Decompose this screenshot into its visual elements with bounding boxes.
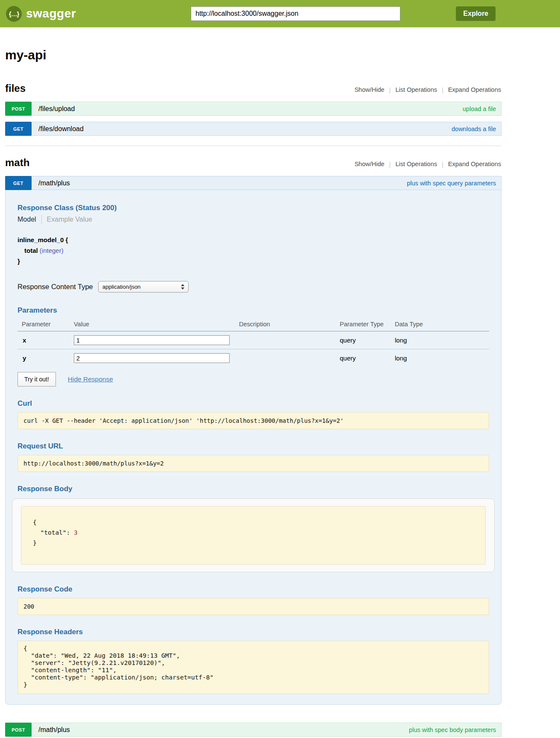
parameter-x-input[interactable] [74, 335, 230, 345]
model-open-line: inline_model_0 { [18, 234, 489, 245]
model-close-line: } [18, 256, 489, 266]
operation-row-post-files-upload[interactable]: POST /files/upload upload a file [5, 102, 502, 116]
method-badge-post: POST [5, 102, 32, 116]
response-content-type-row: Response Content Type application/json [18, 281, 489, 293]
parameter-type: query [340, 349, 395, 367]
model-property-name: total [24, 247, 38, 254]
operation-summary-link[interactable]: upload a file [463, 105, 496, 112]
section-controls-files: Show/Hide | List Operations | Expand Ope… [350, 86, 502, 94]
operation-row-get-files-download[interactable]: GET /files/download downloads a file [5, 122, 502, 136]
operation-summary-link[interactable]: downloads a file [452, 126, 496, 132]
operation-path[interactable]: /math/plus [38, 726, 70, 734]
parameters-header-row: Parameter Value Description Parameter Ty… [18, 318, 489, 331]
section-header-files: files Show/Hide | List Operations | Expa… [5, 82, 502, 94]
method-badge-get: GET [5, 122, 32, 136]
parameter-row-y: y query long [18, 349, 489, 367]
list-operations-link[interactable]: List Operations [391, 86, 442, 93]
parameter-description [239, 331, 340, 349]
method-badge-get: GET [5, 176, 32, 190]
column-header-data-type: Data Type [395, 318, 489, 331]
parameter-name: x [18, 331, 74, 349]
response-headers-heading: Response Headers [18, 628, 489, 636]
section-files: files Show/Hide | List Operations | Expa… [5, 82, 502, 136]
method-badge-post: POST [5, 723, 32, 737]
response-code-heading: Response Code [18, 585, 489, 594]
operation-path[interactable]: /files/upload [38, 105, 75, 113]
parameter-type: query [340, 331, 395, 349]
operation-summary-link[interactable]: plus with spec query parameters [407, 180, 496, 187]
operation-path[interactable]: /files/download [38, 125, 84, 133]
parameter-data-type: long [395, 349, 489, 367]
model-tabs: Model Example Value [18, 215, 489, 224]
operation-row-post-math-plus[interactable]: POST /math/plus plus with spec body para… [5, 723, 502, 737]
tab-model[interactable]: Model [18, 216, 36, 223]
response-headers-block: { "date": "Wed, 22 Aug 2018 18:49:13 GMT… [18, 641, 489, 694]
parameter-data-type: long [395, 331, 489, 349]
json-number-value: 3 [74, 529, 78, 536]
response-body-json: { "total": 3 } [21, 506, 486, 565]
column-header-description: Description [239, 318, 340, 331]
try-row: Try it out! Hide Response [18, 372, 489, 387]
section-title-math[interactable]: math [5, 157, 29, 169]
parameter-row-x: x query long [18, 331, 489, 349]
section-math: math Show/Hide | List Operations | Expan… [5, 157, 502, 737]
response-class-heading: Response Class (Status 200) [18, 204, 489, 212]
section-divider [5, 146, 502, 146]
response-code-block: 200 [18, 598, 489, 615]
top-header: {…} swagger Explore [0, 0, 560, 27]
response-content-type-select[interactable]: application/json [98, 281, 189, 293]
parameter-description [239, 349, 340, 367]
request-url-block: http://localhost:3000/math/plus?x=1&y=2 [18, 455, 489, 472]
swagger-logo-icon: {…} [6, 6, 22, 22]
section-controls-math: Show/Hide | List Operations | Expand Ope… [350, 161, 502, 168]
json-text: { "total": [33, 519, 74, 536]
request-url-heading: Request URL [18, 442, 489, 451]
parameters-heading: Parameters [18, 306, 489, 315]
response-content-type-label: Response Content Type [18, 283, 93, 291]
response-content-type-value: application/json [102, 284, 141, 290]
operation-summary-link[interactable]: plus with spec body parameters [409, 726, 496, 733]
tab-example-value[interactable]: Example Value [47, 216, 92, 223]
operation-get-math-plus: GET /math/plus plus with spec query para… [5, 176, 502, 705]
model-signature: inline_model_0 { total (integer) } [18, 234, 489, 266]
brand-title: swagger [26, 7, 76, 20]
json-text: } [33, 539, 37, 546]
section-header-math: math Show/Hide | List Operations | Expan… [5, 157, 502, 169]
spec-url-input[interactable] [191, 6, 400, 21]
show-hide-link[interactable]: Show/Hide [350, 86, 389, 93]
expand-operations-link[interactable]: Expand Operations [443, 86, 502, 93]
response-body-container: { "total": 3 } [12, 498, 495, 572]
model-property-type: (integer) [40, 247, 64, 254]
operation-row-get-math-plus[interactable]: GET /math/plus plus with spec query para… [5, 176, 502, 190]
list-operations-link[interactable]: List Operations [391, 161, 442, 167]
curl-command-block: curl -X GET --header 'Accept: applicatio… [18, 412, 489, 429]
curl-heading: Curl [18, 399, 489, 408]
try-it-out-button[interactable]: Try it out! [18, 372, 56, 387]
show-hide-link[interactable]: Show/Hide [350, 161, 389, 167]
page-title: my-api [5, 48, 502, 62]
parameter-y-input[interactable] [74, 353, 230, 363]
hide-response-link[interactable]: Hide Response [68, 375, 113, 383]
explore-button[interactable]: Explore [456, 6, 496, 21]
expand-operations-link[interactable]: Expand Operations [443, 161, 502, 167]
tab-separator [41, 215, 42, 224]
operation-detail-panel: Response Class (Status 200) Model Exampl… [5, 190, 502, 705]
main-content: my-api files Show/Hide | List Operations… [5, 48, 502, 738]
parameter-name: y [18, 349, 74, 367]
model-property-line: total (integer) [18, 245, 489, 256]
column-header-parameter-type: Parameter Type [340, 318, 395, 331]
section-title-files[interactable]: files [5, 82, 26, 94]
column-header-parameter: Parameter [18, 318, 74, 331]
column-header-value: Value [74, 318, 239, 331]
swagger-logo[interactable]: {…} swagger [6, 6, 76, 22]
select-arrows-icon [181, 284, 184, 290]
operation-path[interactable]: /math/plus [38, 179, 70, 187]
response-body-heading: Response Body [18, 485, 489, 493]
parameters-table: Parameter Value Description Parameter Ty… [18, 318, 489, 367]
